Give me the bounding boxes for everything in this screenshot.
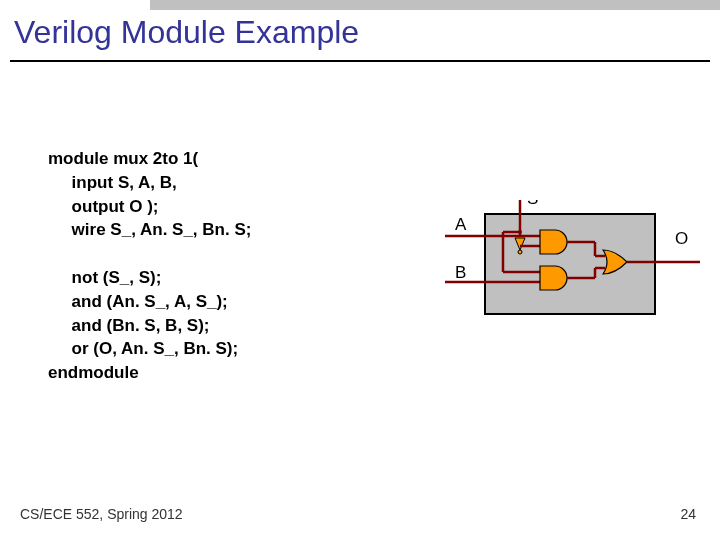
- and-gate-2-icon: [540, 266, 567, 290]
- label-a: A: [455, 215, 467, 234]
- mux-schematic-diagram: S A B O: [445, 200, 705, 330]
- label-b: B: [455, 263, 466, 282]
- and-gate-1-icon: [540, 230, 567, 254]
- page-number: 24: [680, 506, 696, 522]
- code-block: module mux 2to 1( input S, A, B, output …: [48, 147, 251, 385]
- label-s: S: [527, 200, 538, 208]
- slide-title: Verilog Module Example: [14, 14, 359, 51]
- label-o: O: [675, 229, 688, 248]
- module-box: [485, 214, 655, 314]
- footer-text: CS/ECE 552, Spring 2012: [20, 506, 183, 522]
- title-underline: [10, 60, 710, 62]
- top-accent-bar: [150, 0, 720, 10]
